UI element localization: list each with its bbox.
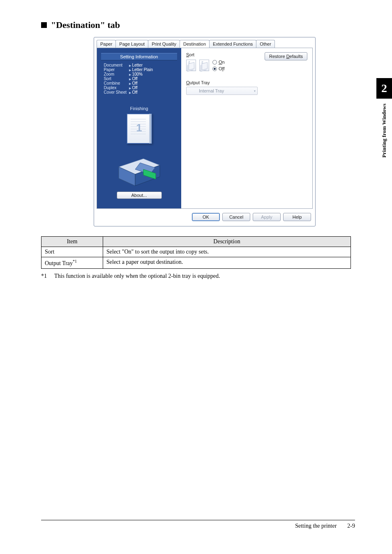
sort-stack-icon: [199, 60, 209, 71]
label-rest: utput Tray: [190, 80, 210, 85]
cell-item: Sort: [42, 247, 103, 257]
info-row: PaperLetter Plain: [104, 67, 174, 72]
chapter-side-tab: 2 Printing from Windows: [376, 78, 392, 185]
tab-label: Other: [260, 42, 271, 46]
info-value: Letter Plain: [129, 67, 174, 72]
section-heading-text: "Destination" tab: [51, 20, 120, 30]
tab-page-layout[interactable]: Page Layout: [115, 40, 148, 48]
settings-sidebar: Setting Information DocumentLetter Paper…: [97, 48, 181, 208]
about-button-label: About...: [131, 193, 147, 198]
chapter-label: Printing from Windows: [376, 99, 392, 162]
tab-label: Paper: [100, 42, 112, 46]
table-row: Sort Select "On" to sort the output into…: [42, 247, 351, 257]
restore-label-rest: efaults: [290, 54, 303, 59]
apply-button[interactable]: Apply: [253, 213, 281, 221]
info-row: DuplexOff: [104, 85, 174, 90]
info-value: Off: [129, 90, 174, 95]
info-value: 100%: [129, 72, 174, 76]
finishing-label: Finishing: [130, 106, 148, 111]
ok-button[interactable]: OK: [192, 213, 220, 221]
printer-preview-icon: [115, 150, 164, 187]
cancel-button[interactable]: Cancel: [222, 213, 250, 221]
info-value: Letter: [129, 63, 174, 67]
info-row: CombineOff: [104, 81, 174, 85]
info-row: DocumentLetter: [104, 63, 174, 67]
sort-on-radio[interactable]: On: [212, 60, 225, 65]
cell-text: Sort: [45, 249, 54, 255]
cell-sup: *1: [73, 259, 77, 263]
accel: D: [286, 54, 290, 59]
cell-desc: Select "On" to sort the output into copy…: [103, 247, 351, 257]
tab-print-quality[interactable]: Print Quality: [148, 40, 180, 48]
footer-page: 2-9: [347, 523, 355, 529]
tab-label: Print Quality: [152, 42, 176, 46]
about-button[interactable]: About...: [117, 192, 162, 199]
heading-bullet-icon: [41, 22, 47, 28]
col-item: Item: [42, 237, 103, 247]
info-row: SortOff: [104, 76, 174, 81]
info-row: Cover SheetOff: [104, 90, 174, 95]
chapter-number: 2: [376, 78, 392, 99]
preview-number: 1: [136, 122, 142, 134]
tab-label: Destination: [183, 42, 206, 46]
page-footer: Setting the printer 2-9: [41, 520, 355, 529]
help-button[interactable]: Help: [283, 213, 311, 221]
button-label: Help: [293, 215, 302, 219]
radio-icon: [212, 60, 217, 65]
info-key: Cover Sheet: [104, 90, 129, 95]
tab-other[interactable]: Other: [256, 40, 275, 48]
footer-section: Setting the printer: [295, 523, 337, 529]
table-row: Output Tray*1 Select a paper output dest…: [42, 257, 351, 269]
info-row: Zoom100%: [104, 72, 174, 76]
restore-label-pre: Restore: [269, 54, 286, 59]
info-key: Duplex: [104, 85, 129, 90]
info-key: Sort: [104, 76, 129, 81]
cell-item: Output Tray*1: [42, 257, 103, 269]
output-tray-select[interactable]: Internal Tray ▾: [186, 87, 258, 95]
output-tray-label: Output Tray: [186, 80, 307, 85]
tab-label: Page Layout: [119, 42, 145, 46]
info-key: Document: [104, 63, 129, 67]
info-value: Off: [129, 85, 174, 90]
section-heading: "Destination" tab: [41, 20, 351, 30]
button-label: Cancel: [229, 215, 243, 219]
printer-properties-dialog: Paper Page Layout Print Quality Destinat…: [94, 37, 316, 226]
cell-desc: Select a paper output destination.: [103, 257, 351, 269]
tab-extended-functions[interactable]: Extended Functions: [209, 40, 256, 48]
table-header-row: Item Description: [42, 237, 351, 247]
label-rest: n: [222, 60, 225, 65]
tab-label: Extended Functions: [213, 42, 253, 46]
info-key: Combine: [104, 81, 129, 85]
description-table: Item Description Sort Select "On" to sor…: [41, 236, 351, 269]
sort-off-radio[interactable]: Off: [212, 66, 225, 71]
info-key: Paper: [104, 67, 129, 72]
restore-defaults-button[interactable]: Restore Defaults: [265, 52, 307, 60]
setting-info-grid: DocumentLetter PaperLetter Plain Zoom100…: [104, 63, 174, 95]
sort-group-label: Sort: [186, 52, 225, 57]
footnote-mark: *1: [41, 273, 47, 279]
button-label: Apply: [261, 215, 272, 219]
info-key: Zoom: [104, 72, 129, 76]
radio-icon: [212, 67, 217, 71]
tab-destination[interactable]: Destination: [180, 40, 210, 48]
info-value: Off: [129, 81, 174, 85]
select-value: Internal Tray: [199, 88, 224, 93]
radio-label: On: [219, 60, 225, 65]
radio-label: Off: [219, 66, 224, 71]
dialog-footer: OK Cancel Apply Help: [94, 209, 315, 226]
sort-stack-icon: [186, 60, 196, 71]
page-preview-icon: 1: [127, 113, 152, 144]
footnote: *1 This function is available only when …: [41, 273, 351, 279]
info-value: Off: [129, 76, 174, 81]
cell-text: Output Tray: [45, 260, 73, 266]
accel: O: [186, 80, 190, 85]
button-label: OK: [203, 215, 209, 219]
label-rest: ort: [189, 52, 194, 57]
footnote-text: This function is available only when the…: [54, 273, 220, 279]
col-description: Description: [103, 237, 351, 247]
accel: O: [219, 60, 222, 65]
sidebar-header: Setting Information: [101, 53, 177, 60]
tab-paper[interactable]: Paper: [97, 40, 116, 48]
dialog-tabstrip: Paper Page Layout Print Quality Destinat…: [94, 37, 315, 48]
destination-panel: Sort On: [181, 48, 312, 208]
